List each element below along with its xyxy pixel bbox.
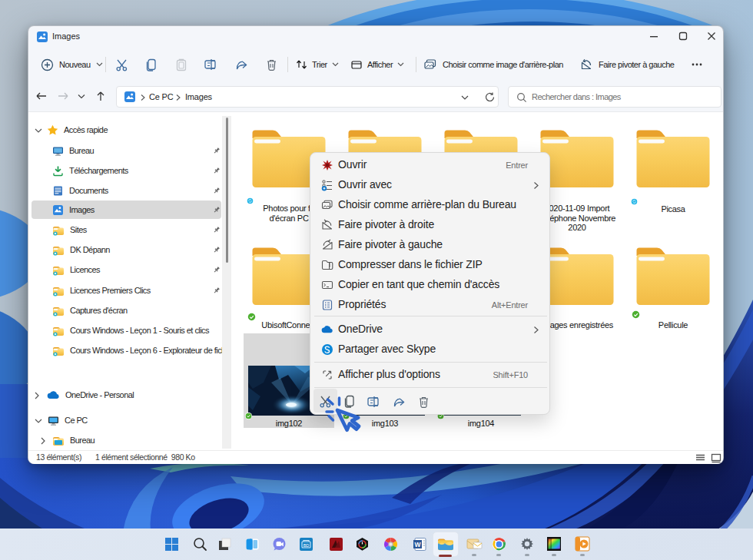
svg-text:W: W (414, 540, 421, 548)
svg-text:BD: BD (303, 542, 309, 547)
